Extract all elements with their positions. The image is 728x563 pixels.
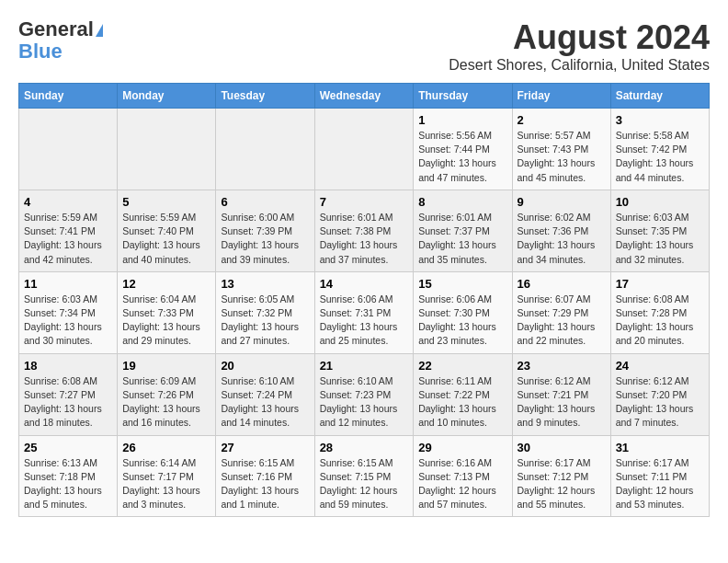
logo-text: GeneralBlue [18, 18, 103, 63]
day-number: 28 [320, 441, 409, 454]
day-header-sunday: Sunday [19, 84, 118, 109]
day-number: 11 [24, 277, 112, 291]
title-area: August 2024 Desert Shores, California, U… [449, 18, 710, 74]
page-title: August 2024 [449, 18, 710, 57]
day-number: 13 [221, 277, 309, 291]
calendar-cell: 4Sunrise: 5:59 AM Sunset: 7:41 PM Daylig… [19, 190, 118, 271]
calendar-cell: 7Sunrise: 6:01 AM Sunset: 7:38 PM Daylig… [314, 190, 414, 271]
calendar-cell: 23Sunrise: 6:12 AM Sunset: 7:21 PM Dayli… [512, 353, 610, 435]
calendar-cell: 13Sunrise: 6:05 AM Sunset: 7:32 PM Dayli… [216, 271, 314, 353]
calendar-cell: 5Sunrise: 5:59 AM Sunset: 7:40 PM Daylig… [118, 190, 216, 271]
day-info: Sunrise: 6:02 AM Sunset: 7:36 PM Dayligh… [518, 211, 606, 267]
calendar-header-row: SundayMondayTuesdayWednesdayThursdayFrid… [19, 84, 710, 109]
day-number: 29 [418, 441, 506, 454]
calendar-cell: 12Sunrise: 6:04 AM Sunset: 7:33 PM Dayli… [118, 271, 216, 353]
logo: GeneralBlue [18, 18, 103, 63]
calendar-cell: 25Sunrise: 6:13 AM Sunset: 7:18 PM Dayli… [19, 435, 118, 517]
day-number: 24 [616, 359, 704, 373]
day-number: 31 [616, 441, 704, 454]
day-header-saturday: Saturday [610, 84, 709, 109]
calendar-cell: 20Sunrise: 6:10 AM Sunset: 7:24 PM Dayli… [216, 353, 314, 435]
day-info: Sunrise: 5:56 AM Sunset: 7:44 PM Dayligh… [418, 129, 506, 185]
day-info: Sunrise: 6:01 AM Sunset: 7:37 PM Dayligh… [418, 211, 506, 267]
day-info: Sunrise: 6:17 AM Sunset: 7:12 PM Dayligh… [518, 456, 606, 512]
calendar-cell: 27Sunrise: 6:15 AM Sunset: 7:16 PM Dayli… [216, 435, 314, 517]
calendar-cell: 17Sunrise: 6:08 AM Sunset: 7:28 PM Dayli… [610, 271, 709, 353]
day-number: 4 [24, 195, 112, 209]
calendar-cell: 2Sunrise: 5:57 AM Sunset: 7:43 PM Daylig… [512, 109, 610, 190]
day-info: Sunrise: 5:59 AM Sunset: 7:40 PM Dayligh… [122, 211, 210, 267]
calendar-cell: 18Sunrise: 6:08 AM Sunset: 7:27 PM Dayli… [19, 353, 118, 435]
calendar-cell: 22Sunrise: 6:11 AM Sunset: 7:22 PM Dayli… [414, 353, 512, 435]
calendar-table: SundayMondayTuesdayWednesdayThursdayFrid… [18, 83, 710, 517]
day-info: Sunrise: 6:12 AM Sunset: 7:20 PM Dayligh… [616, 374, 704, 431]
calendar-week-4: 18Sunrise: 6:08 AM Sunset: 7:27 PM Dayli… [19, 353, 710, 435]
day-info: Sunrise: 6:12 AM Sunset: 7:21 PM Dayligh… [518, 374, 606, 431]
day-number: 23 [518, 359, 606, 373]
day-number: 17 [616, 277, 704, 291]
calendar-cell: 3Sunrise: 5:58 AM Sunset: 7:42 PM Daylig… [610, 109, 709, 190]
day-number: 5 [122, 195, 210, 209]
calendar-cell: 10Sunrise: 6:03 AM Sunset: 7:35 PM Dayli… [610, 190, 709, 271]
day-info: Sunrise: 6:00 AM Sunset: 7:39 PM Dayligh… [221, 211, 309, 267]
calendar-cell: 19Sunrise: 6:09 AM Sunset: 7:26 PM Dayli… [118, 353, 216, 435]
day-info: Sunrise: 6:14 AM Sunset: 7:17 PM Dayligh… [122, 456, 210, 512]
day-info: Sunrise: 6:13 AM Sunset: 7:18 PM Dayligh… [24, 456, 112, 512]
day-info: Sunrise: 6:07 AM Sunset: 7:29 PM Dayligh… [518, 293, 606, 349]
day-number: 14 [320, 277, 409, 291]
calendar-cell: 26Sunrise: 6:14 AM Sunset: 7:17 PM Dayli… [118, 435, 216, 517]
day-header-monday: Monday [118, 84, 216, 109]
logo-blue: Blue [18, 40, 63, 63]
day-number: 27 [221, 441, 309, 454]
calendar-cell: 9Sunrise: 6:02 AM Sunset: 7:36 PM Daylig… [512, 190, 610, 271]
day-info: Sunrise: 6:06 AM Sunset: 7:31 PM Dayligh… [320, 293, 409, 349]
calendar-cell: 1Sunrise: 5:56 AM Sunset: 7:44 PM Daylig… [414, 109, 512, 190]
day-info: Sunrise: 6:08 AM Sunset: 7:27 PM Dayligh… [24, 374, 112, 431]
day-info: Sunrise: 6:15 AM Sunset: 7:16 PM Dayligh… [221, 456, 309, 512]
day-number: 7 [320, 195, 409, 209]
day-header-friday: Friday [512, 84, 610, 109]
day-number: 3 [616, 113, 704, 127]
calendar-week-1: 1Sunrise: 5:56 AM Sunset: 7:44 PM Daylig… [19, 109, 710, 190]
day-info: Sunrise: 6:03 AM Sunset: 7:35 PM Dayligh… [616, 211, 704, 267]
day-info: Sunrise: 6:04 AM Sunset: 7:33 PM Dayligh… [122, 293, 210, 349]
day-info: Sunrise: 6:15 AM Sunset: 7:15 PM Dayligh… [320, 456, 409, 512]
calendar-cell: 24Sunrise: 6:12 AM Sunset: 7:20 PM Dayli… [610, 353, 709, 435]
calendar-week-2: 4Sunrise: 5:59 AM Sunset: 7:41 PM Daylig… [19, 190, 710, 271]
logo-general: General [18, 17, 94, 40]
calendar-cell: 16Sunrise: 6:07 AM Sunset: 7:29 PM Dayli… [512, 271, 610, 353]
day-info: Sunrise: 5:58 AM Sunset: 7:42 PM Dayligh… [616, 129, 704, 185]
calendar-cell: 30Sunrise: 6:17 AM Sunset: 7:12 PM Dayli… [512, 435, 610, 517]
day-info: Sunrise: 6:09 AM Sunset: 7:26 PM Dayligh… [122, 374, 210, 431]
calendar-cell [216, 109, 314, 190]
day-number: 25 [24, 441, 112, 454]
day-info: Sunrise: 6:11 AM Sunset: 7:22 PM Dayligh… [418, 374, 506, 431]
day-number: 26 [122, 441, 210, 454]
calendar-cell: 15Sunrise: 6:06 AM Sunset: 7:30 PM Dayli… [414, 271, 512, 353]
day-info: Sunrise: 6:05 AM Sunset: 7:32 PM Dayligh… [221, 293, 309, 349]
day-number: 10 [616, 195, 704, 209]
day-number: 19 [122, 359, 210, 373]
day-info: Sunrise: 6:08 AM Sunset: 7:28 PM Dayligh… [616, 293, 704, 349]
calendar-cell: 21Sunrise: 6:10 AM Sunset: 7:23 PM Dayli… [314, 353, 414, 435]
day-info: Sunrise: 6:01 AM Sunset: 7:38 PM Dayligh… [320, 211, 409, 267]
day-number: 2 [518, 113, 606, 127]
day-header-thursday: Thursday [414, 84, 512, 109]
calendar-cell: 6Sunrise: 6:00 AM Sunset: 7:39 PM Daylig… [216, 190, 314, 271]
day-number: 8 [418, 195, 506, 209]
day-info: Sunrise: 6:16 AM Sunset: 7:13 PM Dayligh… [418, 456, 506, 512]
page-header: GeneralBlue August 2024 Desert Shores, C… [18, 18, 710, 74]
day-number: 15 [418, 277, 506, 291]
day-number: 6 [221, 195, 309, 209]
day-number: 9 [518, 195, 606, 209]
calendar-cell [314, 109, 414, 190]
day-info: Sunrise: 5:57 AM Sunset: 7:43 PM Dayligh… [518, 129, 606, 185]
day-info: Sunrise: 6:03 AM Sunset: 7:34 PM Dayligh… [24, 293, 112, 349]
day-info: Sunrise: 6:06 AM Sunset: 7:30 PM Dayligh… [418, 293, 506, 349]
calendar-cell [19, 109, 118, 190]
day-number: 16 [518, 277, 606, 291]
calendar-cell: 8Sunrise: 6:01 AM Sunset: 7:37 PM Daylig… [414, 190, 512, 271]
day-info: Sunrise: 6:10 AM Sunset: 7:24 PM Dayligh… [221, 374, 309, 431]
day-number: 20 [221, 359, 309, 373]
calendar-cell: 28Sunrise: 6:15 AM Sunset: 7:15 PM Dayli… [314, 435, 414, 517]
